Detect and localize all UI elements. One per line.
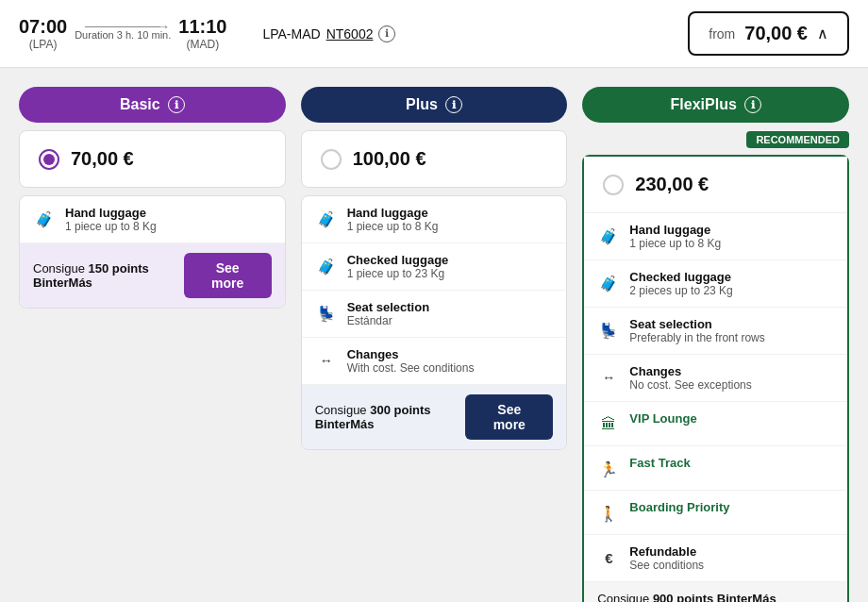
flexi-changes-title: Changes <box>629 364 751 378</box>
plus-seat-subtitle: Estándar <box>347 314 429 327</box>
flexi-points-row: Consigue 900 points BinterMás <box>584 582 847 602</box>
flexi-changes-subtitle: No cost. See exceptions <box>629 378 751 392</box>
flexiplus-price-row[interactable]: 230,00 € <box>584 157 847 213</box>
basic-points-text: Consigue 150 points BinterMás <box>33 261 184 290</box>
flight-info: 07:00 (LPA) Duration 3 h. 10 min. 11:10 … <box>19 16 688 51</box>
basic-bintermás: BinterMás <box>33 276 92 290</box>
basic-price: 70,00 € <box>71 148 134 170</box>
route-text: LPA-MAD <box>262 26 320 42</box>
flexiplus-title: FlexiPlus <box>671 96 737 113</box>
plus-points-row: Consigue 300 points BinterMás See more <box>302 385 567 449</box>
departure-time: 07:00 <box>19 16 67 38</box>
plus-hand-luggage-subtitle: 1 piece up to 8 Kg <box>347 220 439 233</box>
flexi-boarding-text: Boarding Priority <box>629 500 729 514</box>
flexi-luggage-icon: 🧳 <box>597 225 620 247</box>
flexi-hand-luggage-row: 🧳 Hand luggage 1 piece up to 8 Kg <box>584 213 847 260</box>
plus-changes-title: Changes <box>347 347 475 361</box>
flexi-changes-icon: ↔ <box>597 366 620 389</box>
plus-points-value: 300 points <box>370 403 430 417</box>
plus-checked-icon: 🧳 <box>315 255 338 277</box>
basic-info-icon[interactable]: ℹ <box>168 96 185 113</box>
flexi-checked-luggage-text: Checked luggage 2 pieces up to 23 Kg <box>629 270 732 297</box>
flexi-seat-title: Seat selection <box>629 317 764 331</box>
plus-bintermás: BinterMás <box>315 417 375 431</box>
arrival-block: 11:10 (MAD) <box>178 16 226 51</box>
flexi-changes-row: ↔ Changes No cost. See exceptions <box>584 355 847 402</box>
plus-radio[interactable] <box>321 149 342 170</box>
flexi-boarding-title: Boarding Priority <box>629 500 729 514</box>
flexi-points-value: 900 points <box>653 592 713 602</box>
flexi-refund-row: € Refundable See conditions <box>584 535 847 582</box>
plus-price-selector[interactable]: 100,00 € <box>301 130 568 188</box>
basic-header: Basic ℹ <box>19 87 286 123</box>
basic-radio[interactable] <box>39 149 59 170</box>
flight-code[interactable]: NT6002 <box>326 26 374 42</box>
plus-info-icon[interactable]: ℹ <box>445 96 462 113</box>
plus-header: Plus ℹ <box>301 87 568 123</box>
basic-hand-luggage-text: Hand luggage 1 piece up to 8 Kg <box>65 206 157 233</box>
plus-checked-luggage-row: 🧳 Checked luggage 1 piece up to 23 Kg <box>302 243 567 291</box>
flexi-fasttrack-icon: 🏃 <box>597 458 620 480</box>
flexi-checked-luggage-row: 🧳 Checked luggage 2 pieces up to 23 Kg <box>584 260 847 308</box>
departure-block: 07:00 (LPA) <box>19 16 67 51</box>
departure-airport: (LPA) <box>29 38 58 51</box>
plus-hand-luggage-title: Hand luggage <box>347 206 439 220</box>
plus-see-more-button[interactable]: See more <box>465 394 553 440</box>
flexi-hand-luggage-text: Hand luggage 1 piece up to 8 Kg <box>629 223 721 250</box>
plus-card: Plus ℹ 100,00 € 🧳 Hand luggage 1 piece u… <box>301 87 568 450</box>
plus-luggage-icon: 🧳 <box>315 208 338 230</box>
flexiplus-info-icon[interactable]: ℹ <box>744 96 761 113</box>
flexi-vip-icon: 🏛 <box>597 413 620 436</box>
plus-changes-icon: ↔ <box>315 349 338 372</box>
plus-points-text: Consigue 300 points BinterMás <box>315 403 466 431</box>
plus-hand-luggage-row: 🧳 Hand luggage 1 piece up to 8 Kg <box>302 196 567 243</box>
plus-checked-luggage-title: Checked luggage <box>347 253 449 267</box>
page-wrapper: 07:00 (LPA) Duration 3 h. 10 min. 11:10 … <box>0 0 868 602</box>
flexiplus-header: FlexiPlus ℹ <box>582 87 849 123</box>
basic-hand-luggage-title: Hand luggage <box>65 206 157 220</box>
flexi-refund-subtitle: See conditions <box>629 559 704 572</box>
arrow-line-container <box>85 26 160 27</box>
flexi-points-text: Consigue 900 points BinterMás <box>597 592 776 602</box>
plus-features: 🧳 Hand luggage 1 piece up to 8 Kg 🧳 Chec… <box>301 195 568 450</box>
plus-seat-title: Seat selection <box>347 300 429 314</box>
main-content: Basic ℹ 70,00 € 🧳 Hand luggage 1 piece u… <box>0 68 868 602</box>
basic-price-selector[interactable]: 70,00 € <box>19 130 286 188</box>
plus-changes-text: Changes With cost. See conditions <box>347 347 475 375</box>
flexi-vip-text: VIP Lounge <box>629 411 696 426</box>
basic-points-row: Consigue 150 points BinterMás See more <box>20 243 285 308</box>
plus-checked-luggage-subtitle: 1 piece up to 23 Kg <box>347 267 449 280</box>
flexi-vip-row: 🏛 VIP Lounge <box>584 402 847 446</box>
basic-hand-luggage-row: 🧳 Hand luggage 1 piece up to 8 Kg <box>20 196 285 243</box>
flexi-checked-luggage-subtitle: 2 pieces up to 23 Kg <box>629 284 732 297</box>
basic-card: Basic ℹ 70,00 € 🧳 Hand luggage 1 piece u… <box>19 87 286 309</box>
chevron-up-icon: ∧ <box>817 25 828 42</box>
price-badge[interactable]: from 70,00 € ∧ <box>688 11 849 56</box>
duration-block: Duration 3 h. 10 min. <box>75 26 171 41</box>
flexi-refund-title: Refundable <box>629 544 704 559</box>
flexi-bintermás: BinterMás <box>717 592 776 602</box>
top-bar: 07:00 (LPA) Duration 3 h. 10 min. 11:10 … <box>0 0 868 68</box>
flexiplus-price: 230,00 € <box>635 174 709 195</box>
recommended-badge-wrapper: RECOMMENDED <box>746 130 849 147</box>
luggage-icon: 🧳 <box>33 208 56 230</box>
basic-see-more-button[interactable]: See more <box>184 253 272 298</box>
basic-hand-luggage-subtitle: 1 piece up to 8 Kg <box>65 220 157 233</box>
flexi-seat-icon: 💺 <box>597 319 620 342</box>
flexiplus-card: FlexiPlus ℹ RECOMMENDED 230,00 € 🧳 <box>582 87 849 602</box>
flexi-seat-subtitle: Preferably in the front rows <box>629 331 764 344</box>
flexi-card-inner: 230,00 € 🧳 Hand luggage 1 piece up to 8 … <box>584 157 847 602</box>
flexi-seat-text: Seat selection Preferably in the front r… <box>629 317 764 344</box>
plus-checked-luggage-text: Checked luggage 1 piece up to 23 Kg <box>347 253 449 280</box>
plus-title: Plus <box>406 96 438 113</box>
price-amount: 70,00 € <box>744 23 808 44</box>
flexi-card-wrapper: 230,00 € 🧳 Hand luggage 1 piece up to 8 … <box>582 155 849 602</box>
flexiplus-radio[interactable] <box>603 175 624 195</box>
arrival-airport: (MAD) <box>187 38 220 51</box>
flight-info-icon[interactable]: ℹ <box>378 25 395 42</box>
price-from-label: from <box>709 26 735 42</box>
plus-seat-row: 💺 Seat selection Estándar <box>302 291 567 338</box>
flexi-checked-icon: 🧳 <box>597 272 620 294</box>
plus-hand-luggage-text: Hand luggage 1 piece up to 8 Kg <box>347 206 439 233</box>
flexi-vip-title: VIP Lounge <box>629 411 696 426</box>
